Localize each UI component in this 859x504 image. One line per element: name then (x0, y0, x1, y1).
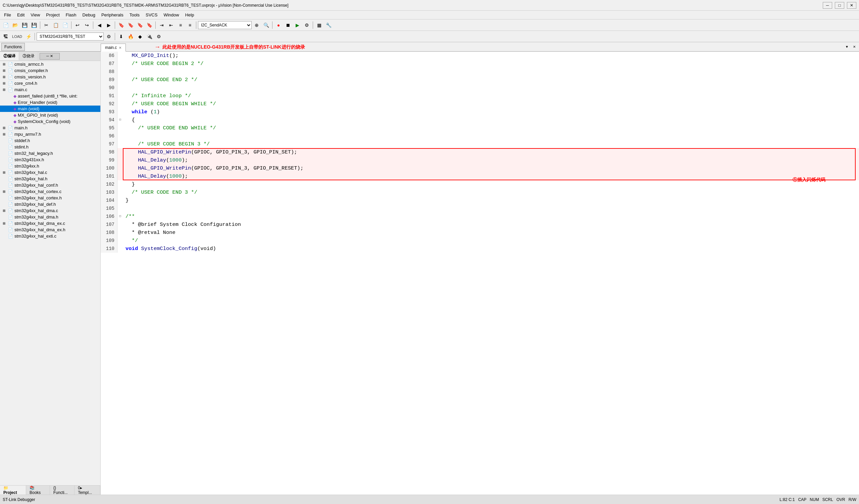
batch-btn[interactable]: ⚡ (24, 32, 33, 41)
tree-item[interactable]: 📄stm32g431xx.h (0, 157, 100, 163)
connect-btn[interactable]: 🔌 (145, 32, 154, 41)
expander-icon[interactable]: ⊞ (3, 221, 8, 225)
tree-item[interactable]: ◆SystemClock_Config (void) (0, 118, 100, 125)
copy-btn[interactable]: 📋 (51, 21, 60, 30)
unindent-btn[interactable]: ⇤ (167, 21, 176, 30)
tree-item[interactable]: ⊞📄core_cm4.h (0, 80, 100, 86)
code-content[interactable] (123, 84, 859, 92)
menu-svcs[interactable]: SVCS (143, 12, 160, 18)
code-area[interactable]: ①插入闪烁代码 86 MX_GPIO_Init();87 /* USER COD… (101, 52, 859, 494)
tree-item[interactable]: ⊞📄cmsis_version.h (0, 74, 100, 80)
menu-window[interactable]: Window (161, 12, 182, 18)
tree-item[interactable]: ⊞📄stm32g4xx_hal_cortex.c (0, 188, 100, 195)
code-line[interactable]: 94⊟ { (101, 116, 859, 124)
menu-file[interactable]: File (1, 12, 14, 18)
format2-btn[interactable]: ≡ (185, 21, 194, 30)
code-line[interactable]: 89 /* USER CODE END 2 */ (101, 76, 859, 84)
gear-btn[interactable]: ⚙ (302, 21, 311, 30)
tree-item[interactable]: 📄stm32g4xx_hal_dma_ex.h (0, 226, 100, 233)
code-content[interactable]: /* USER CODE BEGIN WHILE */ (123, 100, 859, 108)
code-line[interactable]: 99 HAL_Delay(1000); (101, 156, 859, 164)
bottom-tab-books[interactable]: 📚 Books (26, 486, 50, 494)
code-line[interactable]: 93 while (1) (101, 108, 859, 116)
code-line[interactable]: 92 /* USER CODE BEGIN WHILE */ (101, 100, 859, 108)
code-content[interactable]: { (123, 116, 859, 124)
code-content[interactable]: } (123, 196, 859, 204)
minimize-button[interactable]: ─ (823, 2, 832, 9)
fold-indicator[interactable]: ⊟ (118, 116, 123, 124)
menu-help[interactable]: Help (183, 12, 197, 18)
code-content[interactable]: } (123, 180, 859, 188)
tab-close-icon[interactable]: ✕ (119, 46, 121, 50)
undo-btn[interactable]: ↩ (73, 21, 82, 30)
tree-item[interactable]: 📄stm32_hal_legacy.h (0, 150, 100, 157)
erase-btn[interactable]: ◆ (136, 32, 144, 41)
target-options-btn[interactable]: ⚙ (104, 32, 113, 41)
code-content[interactable]: HAL_Delay(1000); (123, 156, 859, 164)
code-content[interactable]: HAL_GPIO_WritePin(GPIOC, GPIO_PIN_3, GPI… (123, 164, 859, 172)
grid-btn[interactable]: ▦ (315, 21, 323, 30)
code-line[interactable]: 87 /* USER CODE BEGIN 2 */ (101, 60, 859, 68)
bottom-tab-templates[interactable]: 0▸ Templ... (75, 486, 100, 494)
code-line[interactable]: 95 /* USER CODE END WHILE */ (101, 124, 859, 132)
expander-icon[interactable]: ⊞ (3, 209, 8, 212)
expander-icon[interactable]: ⊞ (3, 190, 8, 193)
stop-btn[interactable]: ⏹ (284, 21, 292, 30)
tree-item[interactable]: ◆Error_Handler (void) (0, 99, 100, 106)
code-content[interactable] (123, 132, 859, 140)
expander-icon[interactable]: ⊞ (3, 69, 8, 73)
tab-main-c[interactable]: main.c ✕ (101, 44, 126, 52)
tree-item[interactable]: 📄stm32g4xx_hal_conf.h (0, 182, 100, 188)
tree-item[interactable]: 📄stm32g4xx_hal_exti.c (0, 233, 100, 239)
maximize-button[interactable]: □ (835, 2, 844, 9)
tree-item[interactable]: ◆MX_GPIO_Init (void) (0, 112, 100, 118)
settings-btn[interactable]: 🔧 (324, 21, 333, 30)
code-content[interactable]: HAL_GPIO_WritePin(GPIOC, GPIO_PIN_3, GPI… (123, 148, 859, 156)
code-line[interactable]: 96 (101, 132, 859, 140)
flash-btn2[interactable]: 🔥 (126, 32, 135, 41)
menu-tools[interactable]: Tools (127, 12, 142, 18)
bottom-tab-project[interactable]: 📁 Project (0, 486, 26, 494)
code-line[interactable]: 104} (101, 196, 859, 204)
expander-icon[interactable]: ⊞ (3, 171, 8, 174)
format-btn[interactable]: ≡ (176, 21, 185, 30)
bookmark4-btn[interactable]: 🔖 (145, 21, 154, 30)
code-line[interactable]: 101 HAL_Delay(1000); (101, 172, 859, 180)
target-dropdown[interactable]: STM32G431RBT6_TESTSTM32G431RBT6_TEST (36, 32, 104, 41)
bookmark1-btn[interactable]: 🔖 (117, 21, 125, 30)
code-content[interactable] (123, 204, 859, 212)
code-line[interactable]: 97 /* USER CODE BEGIN 3 */ (101, 140, 859, 148)
tree-item[interactable]: ◆main (void) (0, 106, 100, 112)
code-content[interactable]: while (1) (123, 108, 859, 116)
code-content[interactable]: /* USER CODE END WHILE */ (123, 124, 859, 132)
menu-debug[interactable]: Debug (80, 12, 98, 18)
tree-item[interactable]: ⊞📄main.c (0, 86, 100, 93)
tree-item[interactable]: ⊞📄cmsis_armcc.h (0, 61, 100, 67)
open-btn[interactable]: 📂 (11, 21, 19, 30)
code-line[interactable]: 110void SystemClock_Config(void) (101, 245, 859, 253)
code-content[interactable]: HAL_Delay(1000); (123, 172, 859, 180)
code-line[interactable]: 105 (101, 204, 859, 212)
tree-item[interactable]: ⊞📄main.h (0, 125, 100, 131)
code-content[interactable]: /** (123, 212, 859, 221)
project-btn[interactable]: 🏗 (1, 32, 10, 41)
nav-fwd-btn[interactable]: ▶ (104, 21, 113, 30)
expander-icon[interactable]: ⊞ (3, 81, 8, 85)
record-btn[interactable]: ● (274, 21, 283, 30)
build-btn[interactable]: LOAD (11, 32, 24, 41)
code-line[interactable]: 109 */ (101, 237, 859, 245)
tab-nav-down[interactable]: ▼ (844, 44, 850, 50)
sidebar-tab-compile[interactable]: ②编译 (0, 52, 19, 60)
code-content[interactable]: /* USER CODE END 2 */ (123, 76, 859, 84)
sidebar-minimize[interactable]: ─ ✕ (40, 53, 60, 60)
code-content[interactable]: * @retval None (123, 229, 859, 237)
dropdown-go-btn[interactable]: ⊕ (252, 21, 261, 30)
code-line[interactable]: 90 (101, 84, 859, 92)
tree-item[interactable]: 📄stm32g4xx_hal_def.h (0, 201, 100, 207)
run-btn[interactable]: ▶ (293, 21, 302, 30)
code-line[interactable]: 100 HAL_GPIO_WritePin(GPIOC, GPIO_PIN_3,… (101, 164, 859, 172)
code-line[interactable]: 98 HAL_GPIO_WritePin(GPIOC, GPIO_PIN_3, … (101, 148, 859, 156)
flash-download-btn[interactable]: ⬇ (117, 32, 125, 41)
nav-back-btn[interactable]: ◀ (95, 21, 104, 30)
code-line[interactable]: 107 * @brief System Clock Configuration (101, 221, 859, 229)
